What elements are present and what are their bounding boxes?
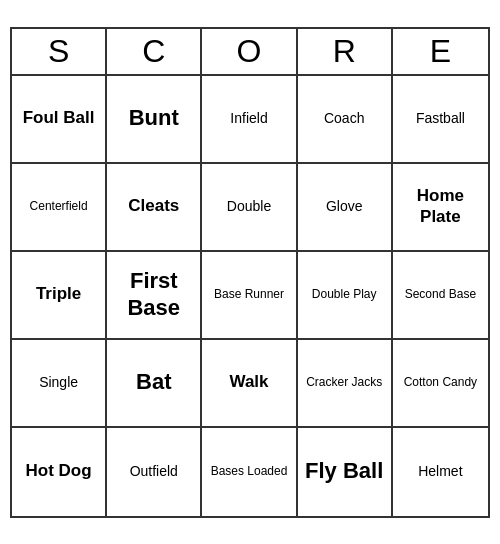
grid-cell-10: Triple [12, 252, 107, 340]
grid-cell-15: Single [12, 340, 107, 428]
header-letter-c: C [107, 29, 202, 74]
grid-cell-11: First Base [107, 252, 202, 340]
grid-cell-7: Double [202, 164, 297, 252]
grid-cell-9: Home Plate [393, 164, 488, 252]
grid-cell-20: Hot Dog [12, 428, 107, 516]
bingo-grid: Foul BallBuntInfieldCoachFastballCenterf… [12, 76, 488, 516]
grid-cell-16: Bat [107, 340, 202, 428]
grid-cell-24: Helmet [393, 428, 488, 516]
header-letter-r: R [298, 29, 393, 74]
grid-cell-1: Bunt [107, 76, 202, 164]
grid-cell-23: Fly Ball [298, 428, 393, 516]
header-row: SCORE [12, 29, 488, 76]
header-letter-o: O [202, 29, 297, 74]
grid-cell-2: Infield [202, 76, 297, 164]
grid-cell-0: Foul Ball [12, 76, 107, 164]
header-letter-e: E [393, 29, 488, 74]
grid-cell-12: Base Runner [202, 252, 297, 340]
header-letter-s: S [12, 29, 107, 74]
grid-cell-3: Coach [298, 76, 393, 164]
grid-cell-17: Walk [202, 340, 297, 428]
grid-cell-18: Cracker Jacks [298, 340, 393, 428]
bingo-card: SCORE Foul BallBuntInfieldCoachFastballC… [10, 27, 490, 518]
grid-cell-13: Double Play [298, 252, 393, 340]
grid-cell-8: Glove [298, 164, 393, 252]
grid-cell-4: Fastball [393, 76, 488, 164]
grid-cell-22: Bases Loaded [202, 428, 297, 516]
grid-cell-19: Cotton Candy [393, 340, 488, 428]
grid-cell-6: Cleats [107, 164, 202, 252]
grid-cell-14: Second Base [393, 252, 488, 340]
grid-cell-21: Outfield [107, 428, 202, 516]
grid-cell-5: Centerfield [12, 164, 107, 252]
